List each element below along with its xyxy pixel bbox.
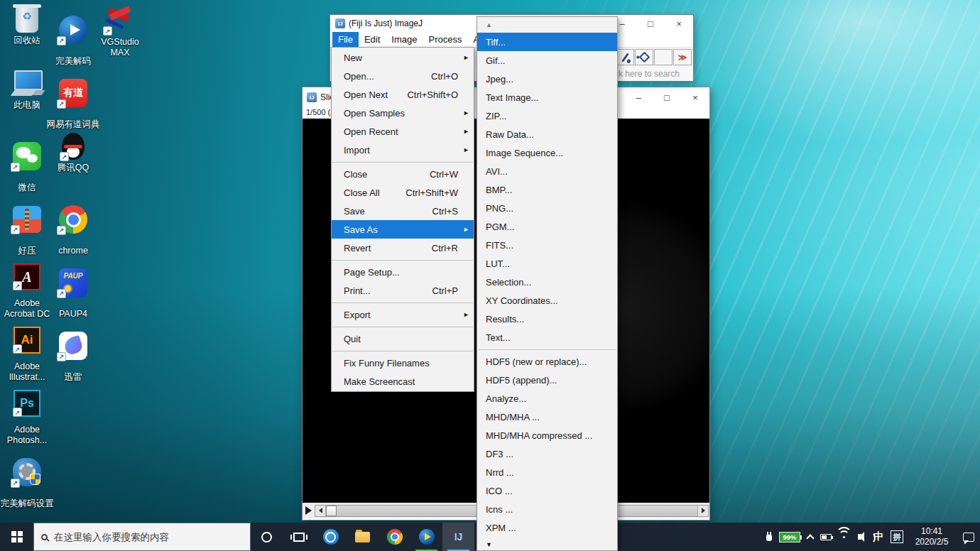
power-plug-icon[interactable]: [766, 535, 772, 541]
shortcut-arrow-icon: [103, 26, 112, 36]
volume-icon[interactable]: [858, 534, 861, 540]
close-button[interactable]: ×: [665, 15, 693, 32]
save-as-menu-item[interactable]: Results...: [477, 310, 617, 328]
desktop-icon[interactable]: 迅雷: [41, 320, 105, 383]
file-menu-item[interactable]: Close All Ctrl+Shift+W: [332, 183, 474, 202]
save-as-menu-item[interactable]: Selection...: [477, 273, 617, 291]
scrollbar-right-arrow[interactable]: [697, 506, 708, 516]
close-button[interactable]: ×: [681, 87, 709, 107]
save-as-menu-item[interactable]: XPM ...: [477, 518, 617, 537]
battery-icon[interactable]: [820, 534, 832, 540]
hidden-icons-chevron-icon[interactable]: [806, 534, 814, 542]
file-menu-item[interactable]: Open Next Ctrl+Shift+O: [332, 85, 474, 104]
taskbar-clock[interactable]: 10:41 2020/2/5: [910, 526, 953, 547]
file-menu-item[interactable]: New ►: [332, 48, 474, 67]
desktop-icon[interactable]: 腾讯QQ: [41, 130, 105, 193]
save-as-menu-item[interactable]: PNG...: [477, 199, 617, 217]
clock-app-icon: [323, 529, 339, 545]
file-menu-item[interactable]: Open... Ctrl+O: [332, 67, 474, 85]
desktop-icon[interactable]: PAUP4: [41, 256, 105, 320]
file-menu-item[interactable]: Save Ctrl+S: [332, 202, 474, 220]
save-as-menu-item[interactable]: MHD/MHA compressed ...: [477, 426, 617, 444]
file-menu-item[interactable]: Fix Funny Filenames: [332, 354, 474, 372]
save-as-submenu: ▲ Tiff... Gif... Jpeg... Text Image... Z…: [477, 16, 618, 551]
save-as-menu-item[interactable]: Raw Data...: [477, 125, 617, 143]
file-menu-item[interactable]: Import ►: [332, 141, 474, 159]
save-as-menu-item[interactable]: Tiff...: [477, 33, 617, 51]
scrollbar-thumb[interactable]: [326, 506, 337, 516]
file-menu-item[interactable]: Quit: [332, 329, 474, 348]
shortcut-arrow-icon: [13, 408, 22, 417]
file-menu-item[interactable]: Save As ►: [332, 220, 474, 239]
minimize-button[interactable]: –: [624, 87, 653, 107]
ime-mode-icon[interactable]: 拼: [891, 530, 903, 543]
taskbar-search[interactable]: [33, 523, 251, 551]
file-menu-item[interactable]: Close Ctrl+W: [332, 165, 474, 183]
menubar-item[interactable]: File: [332, 32, 359, 47]
taskbar-cortana-button[interactable]: [251, 523, 283, 551]
menu-item-label: ZIP...: [486, 111, 506, 121]
save-as-menu-item[interactable]: Analyze...: [477, 389, 617, 408]
start-button[interactable]: [0, 523, 33, 551]
save-as-menu-item[interactable]: ZIP...: [477, 107, 617, 125]
save-as-menu-item[interactable]: ICO ...: [477, 481, 617, 500]
menu-item-label: Image Sequence...: [486, 148, 563, 158]
save-as-menu-item[interactable]: FITS...: [477, 236, 617, 254]
save-as-menu-item[interactable]: BMP...: [477, 180, 617, 199]
menu-item-label: PGM...: [486, 222, 514, 232]
menubar-item[interactable]: Image: [386, 32, 423, 47]
brush-tool-button[interactable]: [616, 49, 634, 65]
desktop-icon[interactable]: 网易有道词典: [41, 67, 105, 130]
taskbar-imagej-button[interactable]: [442, 523, 474, 551]
flood-fill-tool-button[interactable]: [635, 49, 653, 65]
menu-item-shortcut: Ctrl+O: [415, 71, 458, 82]
save-as-menu-item[interactable]: Image Sequence...: [477, 143, 617, 162]
play-animation-button[interactable]: [303, 504, 313, 517]
menubar-item[interactable]: Process: [423, 32, 468, 47]
scroll-down-icon[interactable]: ▼: [477, 537, 617, 551]
save-as-menu-item[interactable]: Jpeg...: [477, 70, 617, 88]
battery-percent-badge[interactable]: 99%: [779, 532, 800, 542]
scroll-up-icon[interactable]: ▲: [477, 17, 617, 33]
taskbar-chrome-button[interactable]: [379, 523, 410, 551]
taskbar-search-input[interactable]: [54, 532, 243, 542]
desktop-icon[interactable]: chrome: [41, 193, 105, 256]
file-menu-item[interactable]: Print... Ctrl+P: [332, 281, 474, 300]
desktop-icon[interactable]: 完美解码设置: [0, 446, 59, 509]
file-menu-item[interactable]: Revert Ctrl+R: [332, 239, 474, 257]
menubar-item[interactable]: Edit: [359, 32, 386, 47]
taskbar-file-explorer-button[interactable]: [347, 523, 379, 551]
taskbar-clock-app-button[interactable]: [315, 523, 347, 551]
taskbar-player-button[interactable]: [410, 523, 442, 551]
action-center-icon[interactable]: [963, 533, 974, 542]
save-as-menu-item[interactable]: Icns ...: [477, 500, 617, 518]
desktop-icon[interactable]: Adobe Photosh...: [0, 383, 59, 446]
save-as-menu-item[interactable]: Text...: [477, 328, 617, 347]
save-as-menu-item[interactable]: LUT...: [477, 254, 617, 273]
save-as-menu-item[interactable]: Gif...: [477, 51, 617, 70]
save-as-menu-item[interactable]: HDF5 (append)...: [477, 371, 617, 389]
save-as-menu-item[interactable]: DF3 ...: [477, 444, 617, 463]
maximize-button[interactable]: □: [636, 15, 665, 32]
file-menu-item[interactable]: Open Recent ►: [332, 122, 474, 141]
save-as-menu-item[interactable]: Nrrd ...: [477, 463, 617, 481]
desktop-icon-column-3: VGStudio MAX: [88, 4, 152, 67]
file-menu-item[interactable]: Page Setup...: [332, 263, 474, 281]
save-as-menu-item[interactable]: HDF5 (new or replace)...: [477, 352, 617, 371]
save-as-menu-item[interactable]: PGM...: [477, 217, 617, 236]
menu-item-label: HDF5 (append)...: [486, 375, 557, 386]
empty-tool-button[interactable]: [654, 49, 673, 65]
scrollbar-left-arrow[interactable]: [315, 506, 326, 516]
wifi-icon[interactable]: [843, 536, 845, 538]
save-as-menu-item[interactable]: Text Image...: [477, 88, 617, 107]
maximize-button[interactable]: □: [653, 87, 681, 107]
desktop-icon[interactable]: VGStudio MAX: [88, 4, 152, 67]
file-menu-item[interactable]: Make Screencast: [332, 372, 474, 391]
taskbar-task-view-button[interactable]: [283, 523, 315, 551]
file-menu-item[interactable]: Open Samples ►: [332, 104, 474, 122]
save-as-menu-item[interactable]: XY Coordinates...: [477, 291, 617, 310]
more-tools-button[interactable]: ≫: [673, 49, 692, 65]
file-menu-item[interactable]: Export ►: [332, 305, 474, 324]
save-as-menu-item[interactable]: AVI...: [477, 162, 617, 180]
save-as-menu-item[interactable]: MHD/MHA ...: [477, 408, 617, 426]
